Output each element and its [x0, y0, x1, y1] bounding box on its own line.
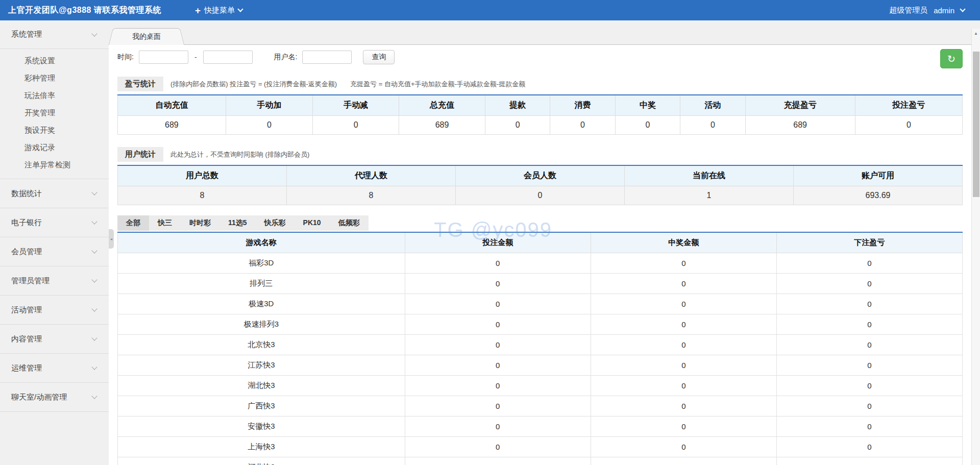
sidebar-group-header[interactable]: 会员管理 — [0, 237, 109, 266]
scroll-up-arrow-icon[interactable]: ▲ — [972, 29, 980, 38]
table-row: 排列三000 — [118, 274, 963, 294]
column-header: 投注金额 — [405, 232, 591, 253]
username-label: 用户名: — [274, 53, 298, 62]
table-cell: 安徽快3 — [118, 417, 405, 437]
profit-section-note: (排除内部会员数据) 投注盈亏 = (投注消费金额-返奖金额) 充提盈亏 = 自… — [170, 80, 525, 89]
column-header: 下注盈亏 — [776, 232, 962, 253]
column-header: 手动减 — [313, 95, 399, 116]
sidebar-group: 管理员管理 — [0, 266, 109, 296]
sidebar-group-header[interactable]: 聊天室/动画管理 — [0, 383, 109, 411]
table-cell: 0 — [313, 116, 399, 135]
game-tab-2[interactable]: 快三 — [149, 215, 181, 231]
table-row: 8801693.69 — [118, 186, 963, 205]
sidebar-group-header[interactable]: 活动管理 — [0, 296, 109, 324]
game-tab-7[interactable]: 低频彩 — [330, 215, 369, 231]
table-cell: 1 — [625, 186, 794, 205]
table-row: 极速3D000 — [118, 294, 963, 314]
game-tab-5[interactable]: 快乐彩 — [256, 215, 295, 231]
sidebar-item[interactable]: 彩种管理 — [0, 69, 109, 87]
table-cell: 排列三 — [118, 274, 405, 294]
sidebar-group-header[interactable]: 运维管理 — [0, 354, 109, 382]
chevron-down-icon — [91, 248, 97, 253]
tab-my-desktop[interactable]: 我的桌面 — [113, 28, 180, 45]
sidebar-group-label: 会员管理 — [11, 247, 92, 257]
game-tab-4[interactable]: 11选5 — [219, 215, 256, 231]
tab-label: 我的桌面 — [132, 32, 161, 40]
query-button[interactable]: 查询 — [363, 50, 395, 64]
chevron-down-icon — [237, 6, 243, 12]
game-tab-3[interactable]: 时时彩 — [181, 215, 219, 231]
column-header: 用户总数 — [118, 165, 287, 186]
range-separator: - — [194, 53, 197, 61]
refresh-button[interactable]: ↻ — [940, 49, 963, 68]
sidebar-group-label: 活动管理 — [11, 305, 92, 315]
plus-icon: + — [195, 6, 201, 15]
quick-menu-button[interactable]: + 快捷菜单 — [195, 6, 242, 15]
column-header: 自动充值 — [118, 95, 226, 116]
sidebar-collapse-handle[interactable]: ◂ — [109, 229, 114, 249]
table-cell: 0 — [405, 437, 591, 457]
table-cell: 0 — [591, 376, 776, 396]
table-cell: 0 — [591, 253, 776, 274]
sidebar-group: 聊天室/动画管理 — [0, 383, 109, 412]
table-cell: 689 — [745, 116, 855, 135]
sidebar-group: 系统管理系统设置彩种管理玩法倍率开奖管理预设开奖游戏记录注单异常检测 — [0, 20, 109, 179]
table-cell: 0 — [591, 437, 776, 457]
sidebar-item[interactable]: 游戏记录 — [0, 139, 109, 156]
table-cell: 0 — [405, 294, 591, 314]
table-cell: 8 — [287, 186, 456, 205]
sidebar-group: 数据统计 — [0, 179, 109, 208]
profit-section-title: 盈亏统计 — [117, 77, 163, 91]
table-cell: 0 — [485, 116, 550, 135]
table-cell: 0 — [776, 253, 962, 274]
table-cell: 0 — [591, 335, 776, 355]
sidebar-item[interactable]: 注单异常检测 — [0, 156, 109, 174]
header-row: 游戏名称投注金额中奖金额下注盈亏 — [118, 232, 963, 253]
sidebar-group-header[interactable]: 管理员管理 — [0, 266, 109, 295]
sidebar-item[interactable]: 玩法倍率 — [0, 87, 109, 104]
quick-menu-label: 快捷菜单 — [204, 6, 235, 15]
table-cell: 0 — [776, 274, 962, 294]
vertical-scrollbar[interactable]: ▲ — [971, 29, 980, 465]
chevron-down-icon — [91, 277, 97, 282]
game-tab-1[interactable]: 全部 — [117, 215, 149, 231]
time-from-input[interactable] — [139, 51, 188, 64]
column-header: 充提盈亏 — [745, 95, 855, 116]
chevron-down-icon — [91, 306, 97, 311]
sidebar-group: 内容管理 — [0, 325, 109, 354]
sidebar-group-header[interactable]: 数据统计 — [0, 179, 109, 208]
table-cell: 0 — [591, 294, 776, 314]
role-label: 超级管理员 — [889, 6, 927, 15]
content-panel: 时间: - 用户名: 查询 ↻ 盈亏统计 (排除内部会员数据) 投注盈亏 = (… — [109, 45, 971, 465]
column-header: 手动加 — [226, 95, 312, 116]
username-input[interactable] — [302, 51, 352, 64]
sidebar-group-header[interactable]: 电子银行 — [0, 208, 109, 237]
table-cell: 0 — [405, 274, 591, 294]
table-cell: 0 — [550, 116, 615, 135]
table-cell: 上海快3 — [118, 437, 405, 457]
table-cell: 0 — [591, 396, 776, 417]
table-row: 河北快3000 — [118, 457, 963, 465]
sidebar-item[interactable]: 预设开奖 — [0, 121, 109, 139]
sidebar-group: 会员管理 — [0, 237, 109, 266]
column-header: 代理人数 — [287, 165, 456, 186]
scrollbar-thumb[interactable] — [973, 52, 979, 197]
username-label: admin — [934, 6, 954, 15]
table-cell: 0 — [456, 186, 625, 205]
sidebar-item[interactable]: 开奖管理 — [0, 104, 109, 121]
profit-section-header: 盈亏统计 (排除内部会员数据) 投注盈亏 = (投注消费金额-返奖金额) 充提盈… — [117, 77, 963, 91]
sidebar-group-header[interactable]: 系统管理 — [0, 20, 109, 49]
sidebar-group-label: 运维管理 — [11, 363, 92, 373]
table-row: 江苏快3000 — [118, 355, 963, 376]
user-menu[interactable]: 超级管理员 admin — [889, 6, 965, 15]
sidebar-item[interactable]: 系统设置 — [0, 52, 109, 69]
column-header: 账户可用 — [794, 165, 963, 186]
table-cell: 0 — [680, 116, 745, 135]
game-tab-6[interactable]: PK10 — [295, 215, 330, 231]
sidebar-group-header[interactable]: 内容管理 — [0, 325, 109, 353]
time-to-input[interactable] — [203, 51, 253, 64]
table-row: 极速排列3000 — [118, 314, 963, 335]
sidebar: 系统管理系统设置彩种管理玩法倍率开奖管理预设开奖游戏记录注单异常检测数据统计电子… — [0, 20, 109, 465]
table-cell: 极速3D — [118, 294, 405, 314]
table-cell: 0 — [776, 376, 962, 396]
